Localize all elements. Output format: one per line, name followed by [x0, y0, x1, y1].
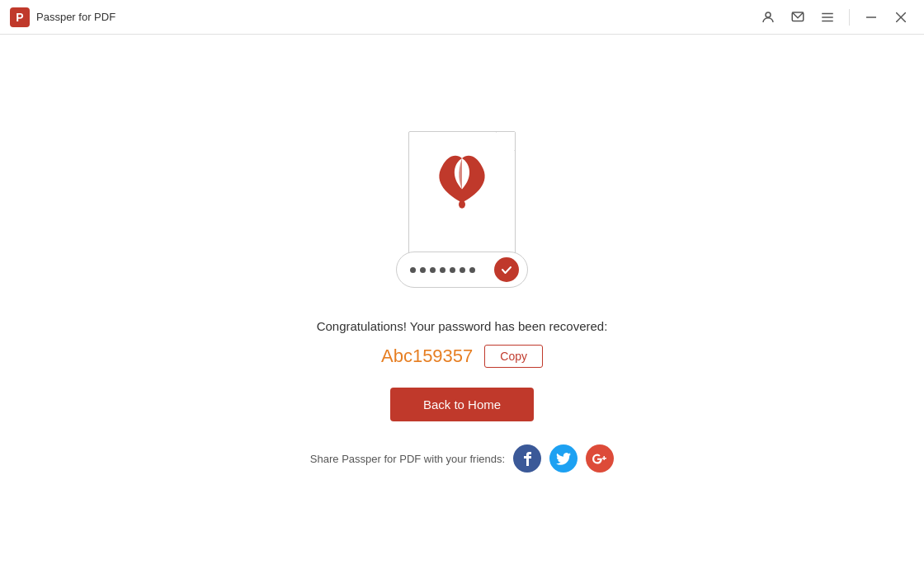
- password-value: Abc159357: [381, 346, 473, 367]
- dot-1: [410, 267, 416, 273]
- dot-5: [450, 267, 455, 273]
- acrobat-logo: [429, 146, 495, 216]
- titlebar-left: P Passper for PDF: [10, 7, 116, 27]
- dots-area: [410, 267, 475, 273]
- congrats-text: Congratulations! Your password has been …: [317, 319, 608, 333]
- close-button[interactable]: [888, 4, 914, 31]
- account-button[interactable]: [755, 4, 781, 31]
- back-to-home-button[interactable]: Back to Home: [390, 388, 534, 421]
- svg-point-0: [766, 12, 771, 17]
- separator: [849, 9, 850, 26]
- app-icon: P: [10, 7, 30, 27]
- minimize-button[interactable]: [858, 4, 884, 31]
- password-bar: [396, 252, 528, 288]
- titlebar: P Passper for PDF: [0, 0, 924, 35]
- copy-button[interactable]: Copy: [484, 345, 543, 368]
- app-title: Passper for PDF: [36, 11, 116, 23]
- check-circle: [494, 257, 519, 282]
- twitter-button[interactable]: [549, 444, 578, 473]
- pdf-icon-area: [396, 131, 528, 288]
- dot-2: [420, 267, 426, 273]
- svg-point-8: [459, 200, 465, 209]
- message-button[interactable]: [785, 4, 811, 31]
- facebook-button[interactable]: [513, 444, 541, 473]
- dot-7: [469, 267, 475, 273]
- dot-4: [440, 267, 446, 273]
- password-row: Abc159357 Copy: [381, 345, 543, 368]
- page-corner: [497, 132, 515, 150]
- dot-6: [460, 267, 465, 273]
- share-row: Share Passper for PDF with your friends:: [310, 444, 614, 473]
- dot-3: [430, 267, 436, 273]
- googleplus-button[interactable]: [586, 444, 614, 473]
- main-content: Congratulations! Your password has been …: [0, 35, 924, 569]
- menu-button[interactable]: [814, 4, 841, 31]
- share-text: Share Passper for PDF with your friends:: [310, 453, 505, 465]
- titlebar-controls: [755, 4, 914, 31]
